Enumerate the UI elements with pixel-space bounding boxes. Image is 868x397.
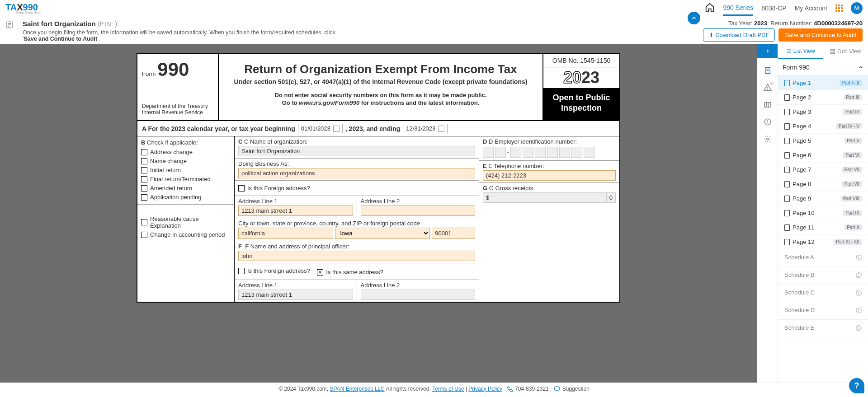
home-icon[interactable] [705,2,715,14]
schedule-item[interactable]: Schedule Dⓘ [778,302,868,320]
download-draft-button[interactable]: ⬇ Download Draft PDF [703,28,775,42]
page-item[interactable]: Page 9Part VIII [778,191,868,206]
date-begin-input[interactable]: 01/01/2023 [298,124,343,133]
telephone-input[interactable] [483,170,616,181]
section-d-g: D D Employer identification number: - E … [479,136,619,302]
officer-foreign-checkbox[interactable] [238,268,245,274]
grid-view-tab[interactable]: Grid View [823,44,868,59]
svg-rect-21 [833,52,835,54]
nav-8038cp[interactable]: 8038-CP [761,5,786,12]
form-icon [5,21,14,30]
schedule-item[interactable]: Schedule Cⓘ [778,285,868,302]
schedule-item[interactable]: Schedule Eⓘ [778,320,868,337]
topbar: TAX990 Keep Doing Good 990 Series 8038-C… [0,0,868,16]
form-canvas: Form990 Department of the Treasury Inter… [0,44,757,383]
state-select[interactable]: Iowa [335,228,430,239]
page-item[interactable]: Page 7Part VII [778,163,868,177]
apps-icon[interactable] [835,5,843,12]
officer-address1-input[interactable] [238,290,353,300]
same-address-checkbox[interactable] [317,269,323,276]
page-item[interactable]: Page 10Part IX [778,206,868,220]
help-fab[interactable]: ? [849,378,864,393]
suggestion-button[interactable]: Suggestion [553,386,590,392]
dba-input[interactable] [238,168,475,178]
calendar-icon [438,126,444,132]
info-icon: ⓘ [856,324,862,332]
nav-990-series[interactable]: 990 Series [723,4,753,16]
gear-icon[interactable] [763,135,772,144]
avatar[interactable]: M [851,2,863,14]
svg-rect-20 [831,52,833,54]
ein-input[interactable]: - [483,146,616,159]
checkbox[interactable] [141,232,147,238]
page-icon [784,167,790,173]
page-icon [784,239,790,245]
form-selector[interactable]: Form 990 [778,59,868,76]
page-item[interactable]: Page 12Part XI - XII [778,235,868,249]
checkbox[interactable] [141,176,147,182]
page-item[interactable]: Page 11Part X [778,220,868,235]
address2-input[interactable] [361,206,476,216]
checkbox[interactable] [141,219,147,225]
svg-rect-22 [555,387,560,390]
foreign-address-checkbox[interactable] [238,185,245,191]
page-item[interactable]: Page 8Part VII [778,177,868,191]
city-input[interactable] [238,228,333,239]
footer: © 2024 Tax990.com, SPAN Enterprises LLC … [0,383,868,394]
gross-receipts-input[interactable]: $0 [483,192,616,203]
page-icon [784,94,790,101]
page-item[interactable]: Page 2Part III [778,90,868,105]
checkbox[interactable] [141,149,147,155]
officer-name-input[interactable] [238,251,475,261]
page-icon [784,109,790,115]
save-continue-button[interactable]: Save and Continue to Audit [778,28,863,42]
span-link[interactable]: SPAN Enterprises LLC [330,386,385,392]
calendar-icon [333,126,340,132]
info-icon: ⓘ [856,271,862,280]
svg-point-13 [767,121,768,121]
warning-icon[interactable] [763,83,772,92]
page-sidebar: List View Grid View Form 990 Page 1Part … [778,44,868,383]
page-item[interactable]: Page 4Part IV - V [778,119,868,134]
schedule-item[interactable]: Schedule Bⓘ [778,267,868,285]
page-icon [784,210,790,216]
page-icon [784,196,790,202]
privacy-link[interactable]: Privacy Policy [468,386,502,392]
scroll-up-icon[interactable] [688,12,700,24]
zip-input[interactable] [432,228,475,239]
page-item[interactable]: Page 5Part V [778,134,868,148]
page-item[interactable]: Page 3Part IV [778,105,868,119]
page-list: Page 1Part I - IIPage 2Part IIIPage 3Par… [778,76,868,383]
page-item[interactable]: Page 1Part I - II [778,76,868,90]
info-icon: ⓘ [856,307,862,315]
date-end-input[interactable]: 12/31/2023 [403,124,448,133]
page-icon[interactable] [763,66,772,75]
row-a: A For the 2023 calendar year, or tax yea… [137,121,619,136]
map-icon[interactable] [763,100,772,109]
section-b: B B Check if applicable:Check if applica… [137,136,235,302]
page-icon [784,224,790,231]
chevron-up-icon [858,65,863,70]
page-item[interactable]: Page 6Part VI [778,148,868,163]
info-icon[interactable] [763,117,772,126]
schedule-item[interactable]: Schedule Aⓘ [778,249,868,267]
info-icon: ⓘ [856,289,862,297]
checkbox[interactable] [141,158,147,164]
org-name-input[interactable] [238,146,475,156]
org-title: Saint fort Organization (EIN: ) [23,20,685,28]
nav-my-account[interactable]: My Account [795,5,827,12]
page-icon [784,123,790,130]
address1-input[interactable] [238,206,353,216]
checkbox[interactable] [141,167,147,173]
logo[interactable]: TAX990 Keep Doing Good [5,2,42,14]
collapse-sidebar-button[interactable] [757,44,778,58]
terms-link[interactable]: Terms of Use [432,386,464,392]
list-view-tab[interactable]: List View [778,44,823,59]
officer-address2-input[interactable] [361,290,476,300]
chat-icon [553,386,561,392]
svg-point-14 [766,138,769,140]
checkbox[interactable] [141,194,147,201]
checkbox[interactable] [141,185,147,191]
phone[interactable]: 704-839-2321 [507,386,549,392]
section-c: C C Name of organization: Doing Business… [235,136,479,302]
